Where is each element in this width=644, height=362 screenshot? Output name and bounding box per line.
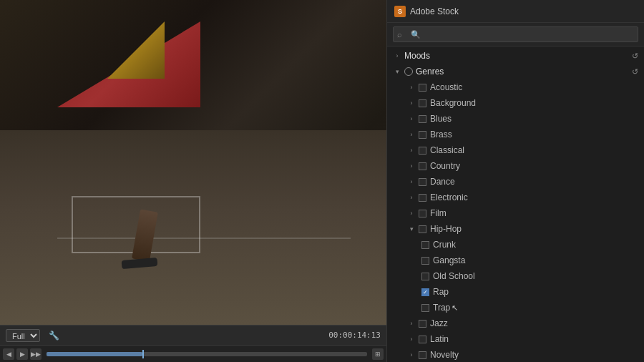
hiphop-label: Hip-Hop [430,224,638,234]
genres-genre-icon [404,67,413,76]
jazz-label: Jazz [430,318,638,328]
list-item[interactable]: Gangsta [387,253,644,268]
main-content: Full 🔧 00:00:14:13 ◀ ▶ ▶▶ ⊞ S Adobe Stoc… [0,0,644,362]
background-checkbox[interactable] [419,99,426,107]
country-chevron [407,162,416,170]
list-item[interactable]: Trap [387,300,644,315]
timeline-zoom-btn[interactable]: ⊞ [372,348,384,360]
brass-chevron [407,130,416,139]
wrench-icon: 🔧 [49,331,59,341]
electronic-chevron [407,193,416,202]
list-item[interactable]: Background [387,95,644,111]
acoustic-checkbox[interactable] [419,84,426,92]
dance-checkbox[interactable] [419,178,426,186]
timecode: 00:00:14:13 [328,331,381,340]
panel-title: Adobe Stock [410,6,459,16]
moods-reset-icon[interactable]: ↺ [632,52,638,61]
timeline-back-btn[interactable]: ◀ [3,348,14,360]
list-item[interactable]: Brass [387,127,644,142]
timeline-progress [47,352,142,356]
right-panel: S Adobe Stock ⌕ Moods ↺ Genres ↺ [386,0,644,362]
gangsta-checkbox[interactable] [421,257,429,265]
moods-chevron [393,52,401,60]
list-item[interactable]: Country [387,158,644,174]
video-placeholder [0,0,386,325]
list-item[interactable]: Old School [387,268,644,284]
search-input[interactable] [393,26,638,42]
adobe-stock-icon: S [394,6,406,17]
gangsta-label: Gangsta [433,255,638,265]
classical-chevron [407,146,416,155]
brass-checkbox[interactable] [419,131,426,139]
list-item[interactable]: Dance [387,174,644,190]
panel-header: S Adobe Stock [387,0,644,23]
film-checkbox[interactable] [419,210,426,217]
crunk-label: Crunk [433,240,638,250]
blues-checkbox[interactable] [419,115,426,123]
electronic-checkbox[interactable] [419,194,426,202]
brass-label: Brass [430,129,638,140]
search-icon: ⌕ [397,30,402,39]
background-label: Background [430,98,638,108]
list-item[interactable]: Blues [387,111,644,127]
novelty-label: Novelty [430,350,638,360]
acoustic-chevron [407,83,416,92]
electronic-label: Electronic [430,192,638,202]
timeline-bar: ◀ ▶ ▶▶ ⊞ [0,345,386,362]
novelty-chevron [407,351,416,359]
trap-label: Trap [433,303,638,313]
classical-checkbox[interactable] [419,147,426,155]
novelty-checkbox[interactable] [419,351,426,359]
latin-checkbox[interactable] [419,336,426,343]
list-item[interactable]: Film [387,205,644,221]
background-chevron [407,99,416,107]
latin-label: Latin [430,334,638,344]
dance-label: Dance [430,177,638,187]
moods-section-row[interactable]: Moods ↺ [387,48,644,64]
classical-label: Classical [430,145,638,155]
crunk-checkbox[interactable] [421,241,429,249]
blues-chevron [407,114,416,123]
list-item[interactable]: Crunk [387,237,644,253]
jazz-checkbox[interactable] [419,320,426,328]
genres-chevron [393,67,401,76]
video-area [0,0,386,325]
list-item[interactable]: Latin [387,331,644,347]
jazz-chevron [407,319,416,328]
film-chevron [407,209,416,217]
timeline-playhead [142,350,144,358]
list-item[interactable]: Hip-Hop [387,221,644,237]
quality-select[interactable]: Full [6,329,40,342]
list-item[interactable]: Acoustic [387,79,644,95]
dance-chevron [407,177,416,186]
genres-reset-icon[interactable]: ↺ [632,67,638,77]
scene-shadow-line [57,238,351,239]
timeline-play-btn[interactable]: ▶ [16,348,28,360]
rap-checkbox[interactable] [421,288,429,296]
latin-chevron [407,335,416,343]
list-item[interactable]: Jazz [387,315,644,331]
acoustic-label: Acoustic [430,82,638,92]
genres-section-row[interactable]: Genres ↺ [387,64,644,79]
filter-list: Moods ↺ Genres ↺ Acoustic Background [387,47,644,362]
search-wrapper: ⌕ [393,26,638,42]
timeline-fwd-btn[interactable]: ▶▶ [30,348,42,360]
hiphop-checkbox[interactable] [419,225,426,233]
moods-label: Moods [404,51,632,61]
list-item[interactable]: Electronic [387,190,644,205]
genres-label: Genres [416,67,632,77]
rap-label: Rap [433,287,638,297]
country-label: Country [430,161,638,171]
list-item[interactable]: Rap [387,284,644,300]
scene-ramp-wood [107,21,165,79]
list-item[interactable]: Classical [387,142,644,158]
film-label: Film [430,208,638,218]
country-checkbox[interactable] [419,162,426,170]
list-item[interactable]: Novelty [387,347,644,362]
oldschool-checkbox[interactable] [421,273,429,280]
trap-checkbox[interactable] [421,304,429,312]
blues-label: Blues [430,114,638,124]
video-controls: Full 🔧 00:00:14:13 [0,325,386,345]
hiphop-chevron [407,225,416,233]
video-panel: Full 🔧 00:00:14:13 ◀ ▶ ▶▶ ⊞ [0,0,386,362]
